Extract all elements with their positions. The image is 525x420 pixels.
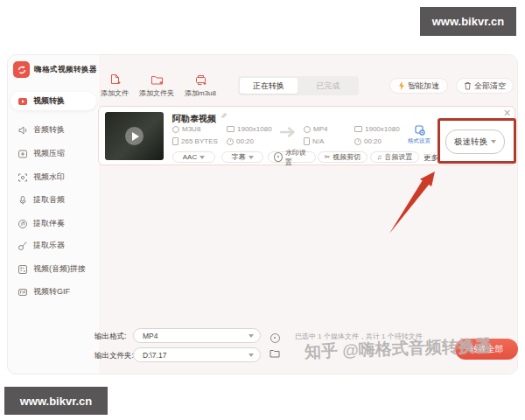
watermark-icon [274, 152, 283, 162]
output-folder-label: 输出文件夹: [94, 351, 134, 361]
source-size: 265 BYTES [172, 137, 218, 145]
add-folder-label: 添加文件夹 [139, 88, 174, 98]
chevron-down-icon [200, 156, 205, 159]
add-m3u8-icon [194, 74, 207, 87]
audio-settings-label: 音频设置 [385, 152, 413, 162]
output-resolution: 1900x1080 [354, 125, 400, 133]
video-thumbnail[interactable] [105, 112, 164, 160]
add-m3u8-label: 添加m3u8 [185, 88, 216, 98]
clear-all-label: 全部清空 [474, 80, 506, 92]
clock-icon [354, 138, 361, 145]
sidebar-item-label: 提取乐器 [33, 240, 65, 251]
output-size: N/A [304, 137, 324, 145]
size-icon [172, 137, 178, 145]
content-area [99, 55, 517, 374]
output-format-label: 输出格式: [94, 332, 126, 342]
watermark-settings-button[interactable]: 水印设置 [268, 151, 316, 163]
output-format-select[interactable]: MP4 [133, 328, 261, 343]
format-settings-icon [414, 124, 425, 136]
chevron-down-icon [248, 354, 254, 357]
clear-all-button[interactable]: 全部清空 [456, 78, 514, 94]
video-cut-button[interactable]: ✂ 视频剪切 [318, 151, 368, 163]
play-icon [125, 127, 144, 145]
extract-audio-icon [18, 195, 28, 206]
sidebar: 嗨格式视频转换器 视频转换 音频转换 视频压缩 视频水印 提取音频 提取伴奏 [7, 54, 99, 374]
tab-converting[interactable]: 正在转换 [240, 78, 298, 94]
output-format: MP4 [304, 125, 327, 133]
sidebar-item-extract-audio[interactable]: 提取音频 [10, 191, 96, 209]
resolution-icon [354, 126, 362, 132]
sidebar-item-video-convert[interactable]: 视频转换 [10, 92, 96, 110]
extract-instrument-icon [18, 241, 28, 251]
sidebar-item-label: 提取音频 [33, 194, 65, 206]
app-title: 嗨格式视频转换器 [34, 65, 97, 75]
chevron-down-icon [491, 140, 496, 144]
resolution-icon [227, 126, 234, 132]
sidebar-item-video-to-gif[interactable]: 视频转GIF [10, 283, 96, 301]
extract-accompaniment-icon [18, 219, 28, 229]
trash-icon [464, 81, 472, 90]
format-gear-icon[interactable] [270, 331, 280, 346]
top-site-banner: www.bikvr.cn [420, 7, 516, 36]
video-cut-label: 视频剪切 [332, 152, 360, 162]
subtitle-dropdown[interactable]: 字幕 [221, 151, 263, 163]
format-icon [172, 126, 179, 133]
sidebar-item-audio-convert[interactable]: 音频转换 [10, 121, 96, 139]
app-logo-icon [13, 61, 30, 78]
sidebar-item-video-splice[interactable]: 视频(音频)拼接 [10, 260, 96, 278]
lightning-icon [398, 81, 405, 90]
edit-name-icon[interactable]: ✎ [220, 112, 228, 121]
audio-codec-dropdown[interactable]: AAC [172, 151, 215, 163]
clock-icon [227, 138, 234, 145]
video-convert-icon [18, 96, 28, 107]
audio-codec-value: AAC [183, 153, 197, 161]
format-settings-button[interactable]: 格式设置 [403, 124, 435, 145]
sidebar-item-extract-accompaniment[interactable]: 提取伴奏 [10, 214, 96, 233]
sidebar-item-video-watermark[interactable]: 视频水印 [10, 168, 96, 186]
convert-all-button[interactable]: 转换全部 [455, 339, 518, 360]
source-format: M3U8 [172, 125, 200, 133]
open-folder-icon[interactable] [270, 349, 280, 358]
size-icon [304, 137, 310, 145]
task-card: 阿勒泰视频 ✎ ✕ M3U8 1900x1080 265 BYTES 00:20… [98, 106, 515, 165]
sidebar-item-extract-instrument[interactable]: 提取乐器 [10, 236, 96, 255]
file-name: 阿勒泰视频 [172, 113, 216, 125]
add-file-button[interactable]: 添加文件 [100, 74, 130, 98]
music-note-icon: ♫ [377, 153, 382, 161]
format-icon [304, 126, 311, 133]
smart-accelerate-button[interactable]: 智能加速 [389, 78, 448, 94]
speed-convert-label: 极速转换 [454, 136, 487, 148]
chevron-down-icon [248, 334, 254, 338]
chevron-down-icon [248, 156, 254, 159]
output-folder-value: D:\7.17 [143, 351, 166, 360]
audio-convert-icon [18, 125, 28, 136]
output-duration: 00:20 [354, 137, 382, 145]
smart-accelerate-label: 智能加速 [408, 80, 439, 92]
bottom-site-banner: www.bikvr.cn [4, 387, 108, 415]
sidebar-item-label: 视频压缩 [33, 148, 65, 159]
subtitle-value: 字幕 [232, 152, 246, 162]
video-to-gif-icon [18, 287, 28, 298]
audio-settings-button[interactable]: ♫ 音频设置 [370, 151, 419, 163]
add-folder-icon [150, 74, 164, 87]
add-file-icon [108, 74, 122, 87]
add-file-label: 添加文件 [101, 88, 129, 98]
add-m3u8-button[interactable]: 添加m3u8 [182, 74, 219, 98]
video-compress-icon [18, 149, 28, 159]
sidebar-item-label: 视频(音频)拼接 [33, 263, 86, 275]
format-settings-label: 格式设置 [408, 137, 430, 145]
more-button[interactable]: 更多 [424, 153, 438, 164]
sidebar-item-video-compress[interactable]: 视频压缩 [10, 144, 96, 163]
close-task-icon[interactable]: ✕ [503, 108, 511, 119]
scissors-icon: ✂ [325, 153, 331, 161]
sidebar-item-label: 视频转换 [33, 95, 65, 107]
app-header: 嗨格式视频转换器 [13, 61, 97, 78]
sidebar-item-label: 提取伴奏 [33, 218, 65, 229]
add-folder-button[interactable]: 添加文件夹 [138, 74, 175, 98]
output-folder-select[interactable]: D:\7.17 [133, 347, 261, 362]
tab-completed[interactable]: 已完成 [299, 78, 357, 94]
sidebar-item-label: 视频转GIF [33, 286, 70, 298]
speed-convert-button[interactable]: 极速转换 [445, 130, 505, 154]
video-watermark-icon [18, 172, 28, 183]
sidebar-item-label: 视频水印 [33, 172, 65, 183]
